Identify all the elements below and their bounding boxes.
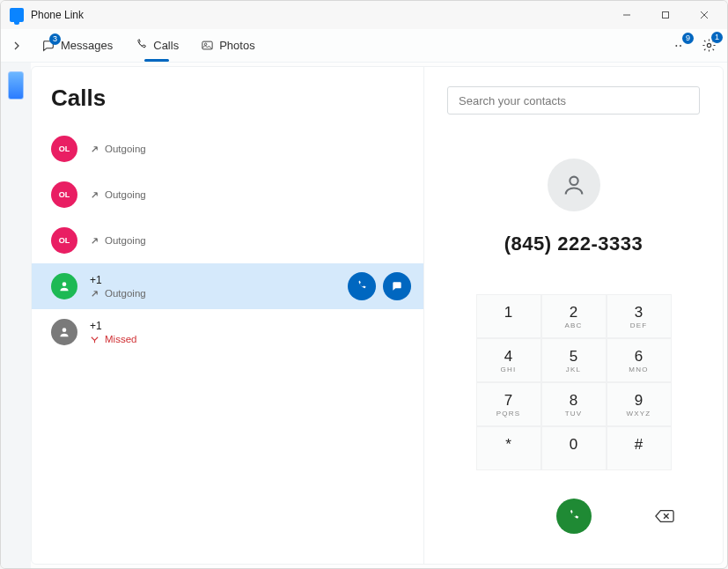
key-digit: 8 [570, 393, 577, 408]
key-letters: ABC [564, 321, 582, 329]
key-letters: GHI [501, 366, 517, 373]
app-icon [10, 8, 24, 22]
call-item[interactable]: OLOutgoing [32, 218, 423, 263]
calls-column: Calls OLOutgoingOLOutgoingOLOutgoing+1Ou… [32, 67, 423, 564]
dialkey-6[interactable]: 6MNO [607, 338, 672, 382]
key-letters: TUV [565, 410, 583, 417]
tab-photos[interactable]: Photos [191, 35, 263, 56]
nav-bar: 3 Messages Calls Photos 9 1 [1, 29, 727, 63]
outgoing-status: Outgoing [90, 144, 411, 154]
key-digit: 7 [504, 393, 512, 408]
side-rail [1, 63, 31, 568]
dialkey-9[interactable]: 9WXYZ [607, 382, 672, 426]
svg-rect-1 [663, 12, 669, 18]
outgoing-status: Outgoing [90, 235, 411, 246]
dialkey-1[interactable]: 1 [476, 294, 541, 338]
dialkey-2[interactable]: 2ABC [541, 294, 607, 338]
call-info: +1Missed [90, 320, 411, 344]
message-button[interactable] [383, 272, 411, 300]
call-info: Outgoing [90, 235, 411, 246]
key-digit: 5 [570, 349, 577, 364]
dial-actions [447, 499, 700, 534]
chat-icon: 3 [41, 39, 55, 53]
phone-icon [134, 39, 148, 53]
avatar: OL [51, 227, 77, 254]
search-input[interactable] [447, 86, 700, 115]
notifications-button[interactable]: 9 [669, 34, 692, 57]
messages-badge: 3 [49, 33, 61, 45]
call-item[interactable]: OLOutgoing [32, 172, 423, 218]
dialkey-0[interactable]: 0 [541, 426, 607, 470]
settings-badge: 1 [711, 32, 723, 43]
avatar: OL [51, 181, 77, 208]
dialkey-#[interactable]: # [607, 426, 672, 470]
svg-point-11 [570, 177, 577, 185]
nav-expand-icon[interactable] [8, 37, 26, 55]
avatar [51, 319, 77, 345]
call-info: +1Outgoing [90, 274, 335, 299]
dial-call-button[interactable] [556, 499, 592, 534]
dialed-number: (845) 222-3333 [504, 233, 643, 255]
call-actions [348, 272, 411, 300]
call-list: OLOutgoingOLOutgoingOLOutgoing+1Outgoing… [32, 126, 423, 355]
app-window: Phone Link 3 Messages Calls [0, 0, 728, 569]
dialkey-4[interactable]: 4GHI [476, 338, 541, 382]
contact-avatar [548, 159, 600, 211]
svg-point-9 [63, 282, 67, 286]
key-digit: 6 [635, 349, 643, 364]
minimize-button[interactable] [607, 2, 646, 28]
key-letters: DEF [630, 321, 648, 329]
call-item[interactable]: +1Outgoing [32, 263, 423, 309]
key-letters: JKL [566, 366, 581, 373]
tab-messages[interactable]: 3 Messages [33, 35, 121, 56]
key-digit: # [635, 437, 643, 452]
svg-point-8 [707, 43, 710, 47]
tab-label: Photos [219, 39, 254, 52]
svg-point-10 [63, 328, 67, 332]
svg-point-5 [204, 43, 207, 46]
dialkey-3[interactable]: 3DEF [607, 294, 672, 338]
content-panel: Calls OLOutgoingOLOutgoingOLOutgoing+1Ou… [31, 66, 724, 565]
title-bar: Phone Link [1, 1, 727, 29]
dialkey-7[interactable]: 7PQRS [476, 382, 541, 426]
key-digit: 3 [635, 305, 643, 320]
call-info: Outgoing [90, 144, 411, 154]
settings-button[interactable]: 1 [697, 34, 720, 57]
key-letters: WXYZ [627, 410, 651, 417]
avatar: OL [51, 136, 77, 162]
dialkey-5[interactable]: 5JKL [541, 338, 607, 382]
avatar [51, 273, 77, 299]
key-letters: PQRS [496, 410, 520, 417]
tab-calls[interactable]: Calls [125, 35, 188, 56]
call-item[interactable]: +1Missed [32, 309, 423, 355]
svg-point-6 [675, 45, 677, 47]
window-title: Phone Link [31, 9, 84, 21]
tab-label: Calls [153, 39, 179, 52]
key-digit: 0 [570, 437, 577, 452]
outgoing-status: Outgoing [90, 189, 411, 200]
call-label: +1 [90, 320, 411, 332]
device-thumbnail[interactable] [8, 71, 24, 100]
page-title: Calls [32, 85, 423, 126]
call-info: Outgoing [90, 189, 411, 200]
notifications-badge: 9 [682, 33, 694, 44]
key-digit: 1 [504, 305, 512, 320]
main-content: Calls OLOutgoingOLOutgoingOLOutgoing+1Ou… [1, 63, 727, 568]
dialkey-8[interactable]: 8TUV [541, 382, 607, 426]
key-digit: 4 [504, 349, 512, 364]
svg-point-7 [680, 45, 681, 47]
backspace-button[interactable] [652, 504, 677, 528]
missed-status: Missed [90, 334, 411, 344]
key-digit: 2 [570, 305, 577, 320]
outgoing-status: Outgoing [90, 288, 335, 299]
key-digit: 9 [635, 393, 643, 408]
call-label: +1 [90, 274, 335, 286]
tab-label: Messages [61, 39, 113, 52]
maximize-button[interactable] [646, 2, 685, 28]
call-button[interactable] [348, 272, 376, 300]
close-button[interactable] [685, 2, 724, 28]
dialkey-*[interactable]: * [476, 426, 541, 470]
dialpad: 12ABC3DEF4GHI5JKL6MNO7PQRS8TUV9WXYZ*0# [476, 294, 672, 470]
call-item[interactable]: OLOutgoing [32, 126, 423, 172]
key-digit: * [505, 437, 511, 452]
